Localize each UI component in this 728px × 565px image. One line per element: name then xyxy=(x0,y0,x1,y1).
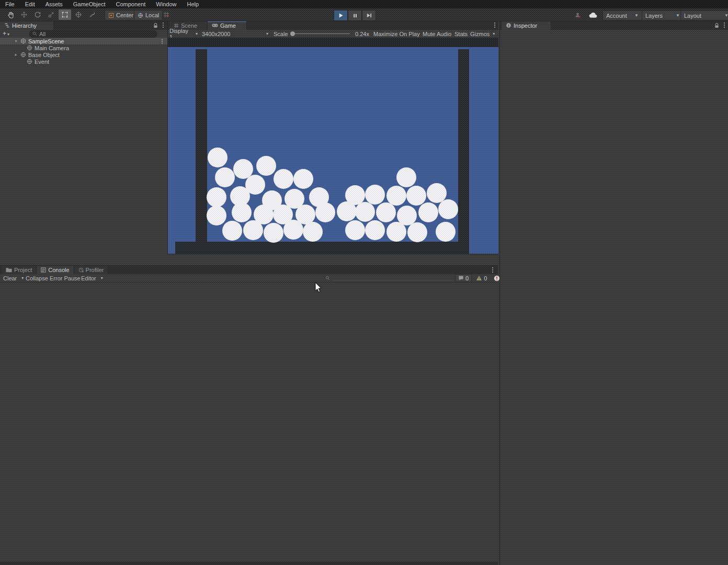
menu-assets[interactable]: Assets xyxy=(40,0,68,8)
play-icon xyxy=(338,13,344,18)
hand-tool-button[interactable] xyxy=(4,9,17,20)
kebab-menu-icon[interactable] xyxy=(162,22,164,28)
step-button[interactable] xyxy=(362,10,376,21)
layers-label: Layers xyxy=(645,13,663,19)
maximize-on-play-button[interactable]: Maximize On Play xyxy=(373,30,420,38)
custom-tool-button[interactable] xyxy=(86,9,98,20)
pause-button[interactable] xyxy=(348,10,362,21)
menu-file[interactable]: File xyxy=(0,0,20,8)
account-label: Account xyxy=(606,13,627,19)
console-icon xyxy=(41,267,46,273)
clear-button[interactable]: Clear▾ xyxy=(3,274,24,282)
hierarchy-row-event[interactable]: Event xyxy=(0,58,167,65)
info-circle-icon xyxy=(506,22,511,28)
hierarchy-row-main-camera[interactable]: Main Camera xyxy=(0,44,167,51)
tab-console[interactable]: Console xyxy=(37,266,74,274)
tab-inspector[interactable]: Inspector xyxy=(502,21,551,30)
ball xyxy=(293,169,313,189)
scale-tool-button[interactable] xyxy=(45,9,58,20)
ball xyxy=(315,202,335,222)
ball xyxy=(438,199,458,219)
menu-component[interactable]: Component xyxy=(110,0,151,8)
console-search-input[interactable] xyxy=(325,274,454,282)
scale-slider[interactable] xyxy=(291,30,350,38)
kebab-menu-icon[interactable] xyxy=(492,267,494,273)
ball xyxy=(355,202,375,222)
hierarchy-search-input[interactable]: All xyxy=(29,30,157,38)
space-mode-button[interactable]: Local xyxy=(134,10,163,20)
add-object-button[interactable]: +▾ xyxy=(3,30,9,38)
gizmos-dropdown[interactable]: Gizmos▾ xyxy=(470,30,495,38)
mute-audio-button[interactable]: Mute Audio xyxy=(423,30,451,38)
scale-icon xyxy=(48,11,55,18)
ball xyxy=(345,220,365,240)
grid-snap-icon xyxy=(163,11,170,18)
slider-handle[interactable] xyxy=(290,31,295,36)
slider-track[interactable] xyxy=(291,33,350,34)
grid-snap-button[interactable] xyxy=(160,9,173,20)
kebab-menu-icon[interactable] xyxy=(161,39,163,44)
pivot-mode-button[interactable]: Center xyxy=(105,10,137,20)
ball xyxy=(386,222,406,242)
tab-project-label: Project xyxy=(14,267,32,273)
ball xyxy=(418,202,438,222)
hierarchy-icon xyxy=(4,22,10,28)
menu-window[interactable]: Window xyxy=(151,0,181,8)
warning-count-toggle[interactable]: 0 xyxy=(473,275,490,281)
tab-game-label: Game xyxy=(220,22,236,29)
tab-project[interactable]: Project xyxy=(2,266,37,274)
object-name-label: Base Object xyxy=(28,52,60,58)
search-icon xyxy=(32,31,37,36)
game-render[interactable] xyxy=(168,47,498,254)
info-count-toggle[interactable]: 0 xyxy=(455,274,472,282)
hierarchy-tab-bar: Hierarchy xyxy=(0,21,167,30)
hierarchy-row-samplescene[interactable]: ▾ SampleScene xyxy=(0,38,167,44)
scale-label: Scale xyxy=(274,30,288,38)
layout-dropdown[interactable]: Layout ▼ xyxy=(680,10,728,20)
editor-dropdown[interactable]: Editor▾ xyxy=(81,274,103,282)
menu-help[interactable]: Help xyxy=(181,0,204,8)
menu-gameobject[interactable]: GameObject xyxy=(68,0,111,8)
tab-game[interactable]: Game xyxy=(208,21,247,30)
ball xyxy=(264,223,283,243)
stats-button[interactable]: Stats xyxy=(454,30,468,38)
inspector-panel: Inspector xyxy=(499,21,728,565)
kebab-menu-icon[interactable] xyxy=(494,22,496,28)
tab-profiler-label: Profiler xyxy=(86,267,104,273)
collab-icon[interactable] xyxy=(571,9,584,20)
foldout-closed-icon[interactable]: ▸ xyxy=(14,52,18,57)
game-tab-bar: Scene Game xyxy=(168,21,498,30)
collapse-button[interactable]: Collapse xyxy=(26,274,48,282)
unity-editor-window: File Edit Assets GameObject Component Wi… xyxy=(0,0,728,565)
wrench-icon xyxy=(88,11,96,18)
account-dropdown[interactable]: Account ▼ xyxy=(602,10,642,20)
transform-tool-button[interactable] xyxy=(72,9,85,20)
tab-hierarchy-label: Hierarchy xyxy=(12,22,37,29)
game-view-panel: Scene Game Display 1▾ 3400x2000▾ Scale 0… xyxy=(167,21,498,254)
resolution-dropdown[interactable]: 3400x2000▾ xyxy=(202,30,268,38)
rotate-tool-button[interactable] xyxy=(31,9,44,20)
info-bubble-icon xyxy=(458,275,464,281)
lock-icon[interactable] xyxy=(714,22,719,28)
foldout-open-icon[interactable]: ▾ xyxy=(14,39,18,43)
cloud-icon[interactable] xyxy=(587,9,599,20)
tab-hierarchy[interactable]: Hierarchy xyxy=(0,21,54,30)
ball xyxy=(215,167,235,187)
menu-edit[interactable]: Edit xyxy=(20,0,40,8)
rect-tool-button[interactable] xyxy=(59,9,71,20)
tab-profiler[interactable]: Profiler xyxy=(74,266,109,274)
gameobject-icon xyxy=(27,59,32,64)
layers-dropdown[interactable]: Layers ▼ xyxy=(642,10,684,20)
play-button[interactable] xyxy=(334,10,348,21)
folder-icon xyxy=(6,267,12,273)
hierarchy-panel: Hierarchy +▾ All ▾ SampleScene Main Came… xyxy=(0,21,167,265)
rotate-icon xyxy=(34,11,41,18)
lock-icon[interactable] xyxy=(153,22,158,28)
kebab-menu-icon[interactable] xyxy=(723,22,725,28)
hierarchy-row-base-object[interactable]: ▸ Base Object xyxy=(0,51,167,58)
display-dropdown[interactable]: Display 1▾ xyxy=(169,30,198,38)
camera-object-icon xyxy=(27,45,32,51)
move-tool-button[interactable] xyxy=(18,9,30,20)
error-pause-button[interactable]: Error Pause xyxy=(50,274,81,282)
ball xyxy=(207,187,226,207)
